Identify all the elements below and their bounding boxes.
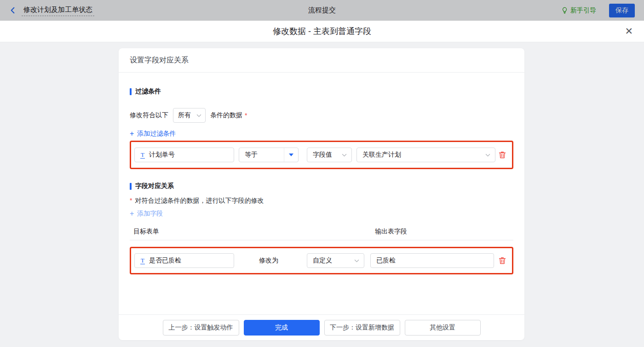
compare-value: 关联生产计划 [362,151,401,159]
prev-step-button[interactable]: 上一步：设置触发动作 [163,320,239,336]
section-marker [130,183,132,190]
operator-value: 等于 [239,151,258,159]
output-value-input[interactable] [370,253,494,268]
settings-card: 设置字段对应关系 过滤条件 修改符合以下 所有 条件的数据 * + 添加过滤条件 [119,48,524,340]
topbar: 修改计划及加工单状态 流程提交 新手引导 保存 [0,0,644,21]
dialog-title: 修改数据 - 主表到普通字段 [273,26,371,37]
mapping-hint-text: 对符合过滤条件的数据，进行以下字段的修改 [135,197,264,205]
other-settings-button[interactable]: 其他设置 [405,320,481,336]
filter-field-selector[interactable]: T 计划单号 [134,148,234,162]
trash-icon [498,256,506,265]
next-step-button[interactable]: 下一步：设置新增数据 [324,320,400,336]
save-button[interactable]: 保存 [609,4,635,17]
sentence-prefix: 修改符合以下 [130,111,168,119]
plus-icon: + [130,130,134,137]
output-type-value: 自定义 [313,256,332,265]
mapping-hint: * 对符合过滤条件的数据，进行以下字段的修改 [130,197,513,205]
operator-select[interactable]: 等于 [239,148,299,162]
mapping-column-headers: 目标表单 输出表字段 [130,225,513,240]
card-header-title: 设置字段对应关系 [119,48,524,73]
filter-section-label: 过滤条件 [135,87,161,96]
required-mark: * [130,197,132,204]
add-field-link[interactable]: + 添加字段 [130,210,163,218]
dialog-footer: 上一步：设置触发动作 完成 下一步：设置新增数据 其他设置 [119,314,524,340]
trash-icon [498,151,506,159]
target-field-name: 是否已质检 [149,256,181,265]
filter-sentence: 修改符合以下 所有 条件的数据 * [130,108,513,123]
close-icon[interactable]: ✕ [625,26,633,36]
mapping-section-title: 字段对应关系 [130,182,513,190]
column-target-form: 目标表单 [133,228,159,236]
topbar-center-label: 流程提交 [0,6,644,15]
value-type-value: 字段值 [313,151,332,159]
add-field-label: 添加字段 [137,210,163,218]
compare-value-select[interactable]: 关联生产计划 [356,148,495,162]
beginner-guide-label: 新手引导 [570,6,596,15]
add-filter-condition-link[interactable]: + 添加过滤条件 [130,130,176,138]
chevron-down-icon [342,154,347,157]
text-field-type-icon: T [140,257,145,264]
caret-down-icon [289,154,293,156]
mapping-section-label: 字段对应关系 [135,182,174,190]
chevron-down-icon [354,259,359,262]
text-field-type-icon: T [140,152,145,159]
operator-caret-cell[interactable] [284,148,298,162]
output-type-select[interactable]: 自定义 [307,253,364,268]
beginner-guide-link[interactable]: 新手引导 [561,6,596,15]
modify-to-label: 修改为 [259,256,278,265]
delete-condition-button[interactable] [498,151,506,159]
plus-icon: + [130,210,134,217]
column-output-field: 输出表字段 [375,228,407,236]
dialog-body: 设置字段对应关系 过滤条件 修改符合以下 所有 条件的数据 * + 添加过滤条件 [0,42,644,347]
filter-field-name: 计划单号 [149,151,175,159]
sentence-suffix: 条件的数据 [210,111,242,119]
value-type-select[interactable]: 字段值 [307,148,352,162]
delete-mapping-button[interactable] [498,256,506,265]
lightbulb-icon [561,7,568,14]
dialog-header: 修改数据 - 主表到普通字段 ✕ [0,21,644,42]
filter-condition-row-highlighted: T 计划单号 等于 字段值 关联生产计划 [130,141,513,169]
match-mode-select[interactable]: 所有 [173,108,206,123]
mapping-row-highlighted: T 是否已质检 修改为 自定义 [130,247,513,274]
filter-section-title: 过滤条件 [130,87,513,96]
add-filter-condition-label: 添加过滤条件 [137,130,176,138]
chevron-down-icon [485,154,490,157]
chevron-down-icon [196,114,201,117]
section-marker [130,88,132,95]
target-field-selector[interactable]: T 是否已质检 [134,253,234,268]
done-button[interactable]: 完成 [244,320,320,336]
match-mode-value: 所有 [178,111,191,119]
required-mark: * [245,112,247,119]
